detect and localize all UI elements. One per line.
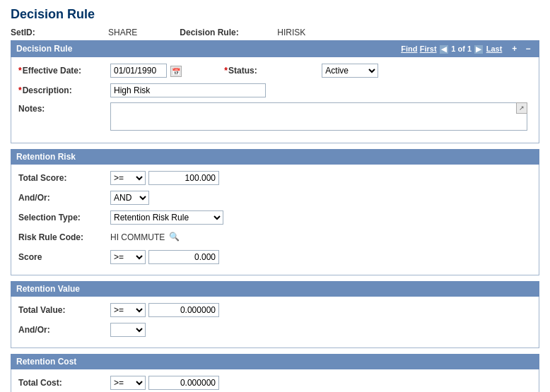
decision-rule-body: Effective Date: 📅 Status: Active Inactiv… [11, 57, 539, 143]
score-label: Score [18, 252, 110, 262]
selection-type-row: Selection Type: Retention Risk Rule Rete… [18, 210, 532, 225]
effective-date-label: Effective Date: [18, 66, 110, 76]
retention-cost-label: Retention Cost [16, 357, 76, 367]
retention-risk-body: Total Score: >=<==>< And/Or: ANDOR Selec… [11, 165, 539, 275]
total-value-row: Total Value: >=<==>< [18, 302, 532, 318]
setid-value: SHARE [108, 28, 137, 37]
total-score-operator[interactable]: >=<==>< [110, 171, 146, 185]
notes-row: Notes: ↗ [18, 102, 532, 133]
effective-date-field-group: 📅 [110, 64, 182, 78]
risk-rule-code-label: Risk Rule Code: [18, 232, 110, 242]
retention-risk-header: Retention Risk [11, 149, 539, 165]
notes-textarea[interactable] [110, 102, 527, 131]
risk-rule-code-group: HI COMMUTE 🔍 [110, 232, 180, 243]
score-operator[interactable]: >=<==>< [110, 250, 146, 264]
status-select[interactable]: Active Inactive [322, 64, 378, 78]
notes-label: Notes: [18, 104, 110, 114]
setid-label: SetID: [11, 28, 103, 37]
description-label: Description: [18, 85, 110, 95]
retention-risk-label: Retention Risk [16, 152, 76, 162]
status-group: Status: Active Inactive [224, 64, 378, 78]
risk-rule-code-value: HI COMMUTE [110, 232, 165, 242]
description-row: Description: [18, 83, 532, 98]
decision-rule-label: Decision Rule: [180, 28, 271, 37]
add-remove-group: + − [509, 44, 534, 54]
total-cost-operator[interactable]: >=<==>< [110, 376, 146, 390]
calendar-icon[interactable]: 📅 [170, 66, 182, 77]
status-label: Status: [224, 66, 316, 76]
page-count: 1 of 1 [451, 44, 472, 53]
total-value-operator[interactable]: >=<==>< [110, 303, 146, 317]
notes-wrapper: ↗ [110, 102, 527, 133]
risk-rule-code-row: Risk Rule Code: HI COMMUTE 🔍 [18, 230, 532, 245]
total-value-label: Total Value: [18, 305, 110, 315]
total-score-row: Total Score: >=<==>< [18, 170, 532, 186]
prev-arrow[interactable]: ◀ [439, 44, 449, 54]
selection-type-select[interactable]: Retention Risk Rule Retention Value Rule… [110, 210, 223, 225]
total-cost-row: Total Cost: >=<==>< [18, 375, 532, 391]
retention-cost-body: Total Cost: >=<==>< And/Or: ANDOR [11, 369, 539, 392]
retention-value-header: Retention Value [11, 281, 539, 297]
nav-controls: Find First ◀ 1 of 1 ▶ Last + − [401, 43, 534, 54]
total-score-input[interactable] [148, 171, 219, 185]
last-link[interactable]: Last [486, 44, 503, 53]
decision-rule-section-header: Decision Rule Find First ◀ 1 of 1 ▶ Last… [11, 40, 539, 57]
remove-button[interactable]: − [522, 43, 534, 54]
next-arrow[interactable]: ▶ [474, 44, 484, 54]
description-input[interactable] [110, 83, 266, 97]
expand-icon[interactable]: ↗ [516, 102, 527, 114]
add-button[interactable]: + [509, 43, 520, 54]
retention-value-label: Retention Value [16, 284, 80, 294]
risk-andor-label: And/Or: [18, 193, 110, 203]
total-score-label: Total Score: [18, 173, 110, 183]
risk-andor-row: And/Or: ANDOR [18, 190, 532, 206]
value-andor-row: And/Or: ANDOR [18, 322, 532, 338]
selection-type-label: Selection Type: [18, 213, 110, 222]
retention-value-body: Total Value: >=<==>< And/Or: ANDOR [11, 297, 539, 348]
risk-andor-select[interactable]: ANDOR [110, 191, 149, 205]
effective-date-row: Effective Date: 📅 Status: Active Inactiv… [18, 63, 532, 78]
page-title: Decision Rule [11, 7, 539, 22]
find-link[interactable]: Find [401, 44, 417, 53]
decision-rule-header-label: Decision Rule [16, 44, 72, 54]
decision-rule-value: HIRISK [277, 28, 305, 37]
total-cost-label: Total Cost: [18, 378, 110, 388]
first-link[interactable]: First [420, 44, 437, 53]
value-andor-label: And/Or: [18, 325, 110, 335]
total-cost-input[interactable] [148, 376, 219, 390]
score-row: Score >=<==>< [18, 249, 532, 265]
value-andor-select[interactable]: ANDOR [110, 323, 146, 337]
total-value-input[interactable] [148, 303, 219, 317]
search-icon[interactable]: 🔍 [169, 232, 180, 243]
effective-date-input[interactable] [110, 64, 167, 78]
retention-cost-header: Retention Cost [11, 354, 539, 369]
score-input[interactable] [148, 250, 219, 264]
